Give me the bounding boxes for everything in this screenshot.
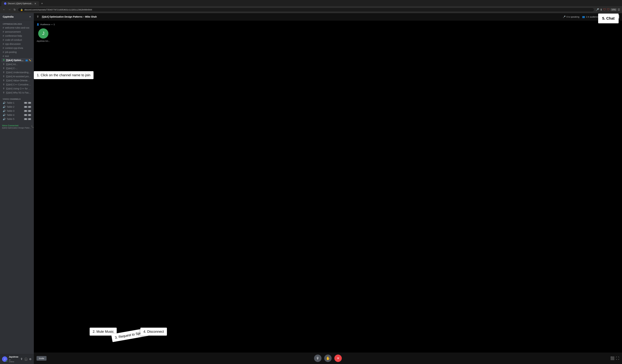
channel-announcement[interactable]: # announcement <box>1 30 33 34</box>
audience-icon: 👤 <box>37 23 39 26</box>
hash-icon: # <box>3 35 4 37</box>
new-tab-button[interactable]: + <box>40 1 44 6</box>
voice-connected-bar: Voice Connected [Q&A] Optimization Desig… <box>2 124 32 129</box>
channel-qa-coroutines[interactable]: 🎙 [Q&A] C++ Coroutines fr... <box>1 82 33 87</box>
table3-badges: 00 10 <box>24 110 31 112</box>
browser-chrome: Discord | [Q&A] Optimizati... ✕ + ← → ↻ … <box>0 0 622 13</box>
bottom-right-buttons: ⬛ ⛶ <box>610 356 619 360</box>
voice-icon: 🔊 <box>3 101 6 104</box>
audience-label: 👤 Audience — 1 <box>37 23 619 26</box>
table1-badges: 00 10 <box>24 102 31 104</box>
audience-name-jayshree: Jayshree Am... <box>37 40 50 42</box>
people-icon: 👥 <box>582 16 585 18</box>
headphones-button[interactable]: 🎧 <box>24 357 28 361</box>
hash-icon: # <box>3 30 4 33</box>
channel-qa-value[interactable]: 🎙 [Q&A] Value-Oriented D... <box>1 78 33 82</box>
audience-status: 👥 1 in audience <box>582 16 599 18</box>
channel-qa-5g[interactable]: 🎙 [Q&A] Why 5G is Fast? a... <box>1 91 33 95</box>
audience-member-jayshree: J Jayshree Am... <box>37 28 50 42</box>
stage-icon: 🎙 <box>3 83 5 86</box>
server-name: CppIndia <box>3 15 14 18</box>
discord-favicon <box>4 2 6 5</box>
channel-test[interactable]: # test <box>1 54 33 58</box>
channel-qa-intro[interactable]: 🎙 [Q&A] Int... <box>1 62 33 66</box>
channel-job-posting[interactable]: # job-posting <box>1 50 33 54</box>
channel-badge-users: 👥 <box>25 59 28 61</box>
channel-code-of-conduct[interactable]: # code-of-conduct <box>1 38 33 42</box>
user-controls: 🎙 🎧 ⚙ <box>20 357 32 361</box>
back-button[interactable]: ← <box>2 7 6 12</box>
voice-icon: 🔊 <box>3 114 6 116</box>
tab-close-button[interactable]: ✕ <box>34 2 36 5</box>
bottom-controls: Invite 🎙 ✋ ✕ ⬛ ⛶ <box>34 352 622 364</box>
stage-icon: 🎙 <box>3 59 5 61</box>
tooltip-join-channel: 1. Click on the channel name to join <box>34 71 94 79</box>
hash-icon: # <box>3 38 4 41</box>
reload-button[interactable]: ↻ <box>13 7 16 12</box>
channel-table3[interactable]: 🔊 Table-3 00 10 <box>1 109 33 113</box>
fullscreen-button[interactable]: ⛶ <box>616 356 619 360</box>
channel-cpp-discussion[interactable]: # cpp-discussion <box>1 42 33 46</box>
popout-stage-button[interactable]: ⬛ <box>610 356 615 360</box>
channel-table2[interactable]: 🔊 Table-2 00 10 <box>1 105 33 109</box>
mute-icon: 🎙 <box>316 356 319 360</box>
disconnect-small-button[interactable]: 📞 <box>31 125 34 128</box>
voice-channel-name: [Q&A] Optimization Design Patter... <box>2 127 31 129</box>
hash-icon: # <box>3 47 4 49</box>
channel-table4[interactable]: 🔊 Table-4 00 10 <box>1 113 33 117</box>
sidebar: CppIndia ✕ CPPINDIACON-2023 # welcome-ru… <box>0 13 34 364</box>
hand-raise-button[interactable]: ✋ <box>324 355 332 362</box>
hand-icon: ✋ <box>326 356 330 360</box>
channel-contest-cpp-trivia[interactable]: # contest-cpp-trivia <box>1 46 33 50</box>
disconnect-button[interactable]: ✕ <box>334 355 342 362</box>
svg-text:J: J <box>42 31 44 36</box>
address-bar[interactable]: 🔒 discord.com/channels/73540778721935363… <box>18 8 594 12</box>
channel-qa-ai[interactable]: 🎙 [Q&A] AI-assisted progr... <box>1 74 33 78</box>
audience-grid: J Jayshree Am... <box>37 28 619 42</box>
browser-tabs: Discord | [Q&A] Optimizati... ✕ + <box>0 0 622 6</box>
channel-table5[interactable]: 🔊 Table-5 00 10 <box>1 117 33 121</box>
conference-section-label: CPPINDIACON-2023 <box>1 23 33 25</box>
channel-qa-understanding[interactable]: 🎙 [Q&A] Understanding co... <box>1 70 33 74</box>
invite-button[interactable]: Invite <box>37 356 46 361</box>
channel-qa-optimization[interactable]: 🎙 [Q&A] Optimizatio... 👥 ✏️ <box>1 58 33 62</box>
voice-icon: 🔊 <box>3 110 6 112</box>
chat-panel-tooltip: 5. Chat <box>598 14 619 23</box>
stage-icon: 🎙 <box>3 87 5 90</box>
stage-title: [Q&A] Optimization Design Patterns – Mik… <box>42 15 560 18</box>
channel-qa-using[interactable]: 🎙 [Q&A] Using C++ for you... <box>1 87 33 91</box>
voice-section-label: VOICE CHANNELS <box>1 98 33 100</box>
browser-tab-discord[interactable]: Discord | [Q&A] Optimizati... ✕ <box>1 1 39 6</box>
app-body: CppIndia ✕ CPPINDIACON-2023 # welcome-ru… <box>0 13 622 364</box>
microphone-button[interactable]: 🎙 <box>20 357 23 361</box>
mic-icon: 🎤 <box>563 16 565 18</box>
mute-music-button[interactable]: 🎙 <box>314 355 321 362</box>
hash-icon: # <box>3 55 4 57</box>
stage-icon: 🎙 <box>3 67 5 70</box>
server-header[interactable]: CppIndia ✕ <box>0 13 34 20</box>
speaking-status: 🎤 0 is speaking <box>563 16 579 18</box>
stage-icon: 🎙 <box>3 79 5 82</box>
browser-nav-bar: ← → ↻ 🔒 discord.com/channels/73540778721… <box>0 6 622 13</box>
voice-icon: 🔊 <box>3 105 6 108</box>
hash-icon: # <box>3 51 4 53</box>
vpn-badge: VPN <box>611 8 617 11</box>
settings-button[interactable]: ⚙ <box>29 357 32 361</box>
table5-badges: 00 10 <box>24 118 31 120</box>
tab-label: Discord | [Q&A] Optimizati... <box>8 2 33 5</box>
disconnect-icon: ✕ <box>337 356 340 360</box>
conference-section: CPPINDIACON-2023 # welcome-rules-and-coc… <box>0 20 34 95</box>
table2-badges: 00 10 <box>24 106 31 108</box>
channel-qa-c[interactable]: 🎙 [Q&A] C-... <box>1 66 33 70</box>
channel-welcome[interactable]: # welcome-rules-and-coc <box>1 26 33 30</box>
channel-table1[interactable]: 🔊 Table-1 00 10 <box>1 101 33 105</box>
status-dot <box>6 360 8 362</box>
stage-icon: 🎙 <box>3 91 5 94</box>
voice-connected-status: Voice Connected [Q&A] Optimization Desig… <box>0 123 34 130</box>
channel-conference-help[interactable]: # conference-help <box>1 34 33 38</box>
stage-header: 🎙 [Q&A] Optimization Design Patterns – M… <box>34 13 622 20</box>
forward-button[interactable]: → <box>7 7 12 12</box>
user-name: Jayshree ... <box>9 356 19 361</box>
voice-connected-info: Voice Connected [Q&A] Optimization Desig… <box>2 124 31 129</box>
audience-area: 👤 Audience — 1 J Jayshree Am... 1. Click… <box>34 20 622 352</box>
